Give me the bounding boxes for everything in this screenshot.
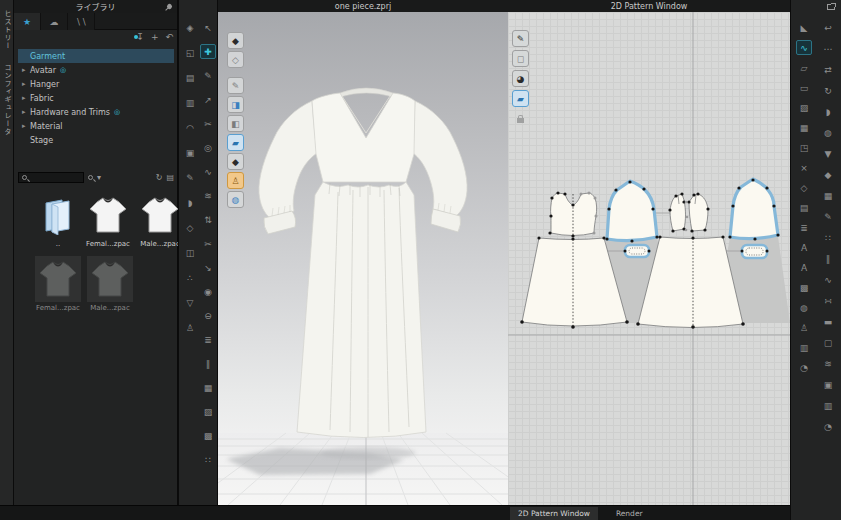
shoes-asset-tool-icon[interactable]: ∴ bbox=[182, 270, 198, 285]
garment-dress[interactable] bbox=[259, 88, 467, 438]
annotation-text-tool-icon[interactable]: A bbox=[796, 240, 812, 255]
show-3d-world-toggle[interactable]: ◍ bbox=[227, 191, 244, 208]
smooth-curve-tool-icon[interactable]: ∿ bbox=[200, 164, 216, 179]
expand-arrow-icon[interactable]: ▸ bbox=[22, 66, 30, 74]
simulate-tool-icon[interactable]: ◈ bbox=[182, 20, 198, 35]
bottom-tab-render[interactable]: Render bbox=[608, 507, 651, 520]
3d-scene[interactable]: ◆◇✎◨◧▰◆♙◍ bbox=[218, 12, 508, 505]
swatch-tool-icon[interactable]: ▩ bbox=[200, 428, 216, 443]
avatar-fit-tool-icon[interactable]: ♙ bbox=[796, 320, 812, 335]
show-base-lines-toggle[interactable]: ◧ bbox=[227, 115, 244, 132]
sew-free-tool-icon[interactable]: ✂ bbox=[200, 116, 216, 131]
library-tree-item-hanger[interactable]: ▸Hanger bbox=[18, 77, 174, 91]
knit-grid-tool-icon[interactable]: ▦ bbox=[820, 188, 836, 203]
library-tree-item-material[interactable]: ▸Material bbox=[18, 119, 174, 133]
cross-unfold-tool-icon[interactable]: × bbox=[796, 160, 812, 175]
library-item-male-zpac[interactable]: Male...zpac bbox=[136, 192, 184, 248]
move-pattern-tool-icon[interactable]: ✚ bbox=[200, 44, 216, 59]
library-item-femal-zpac[interactable]: Femal...zpac bbox=[34, 256, 82, 312]
texture-checker-tool-icon[interactable]: ▦ bbox=[200, 380, 216, 395]
library-tree-item-avatar[interactable]: ▸Avatar◎ bbox=[18, 63, 174, 77]
stamp-print-tool-icon[interactable]: ▨ bbox=[796, 100, 812, 115]
pin-needle-tool-icon[interactable]: ✎ bbox=[182, 170, 198, 185]
baseline-dots-tool-icon[interactable]: ⋯ bbox=[820, 41, 836, 56]
flatten-tool-icon[interactable]: ◇ bbox=[182, 220, 198, 235]
puzzle-piece-tool-icon[interactable]: ◳ bbox=[796, 140, 812, 155]
sewing-machine-tool-icon[interactable]: ▤ bbox=[182, 70, 198, 85]
flip-swap-tool-icon[interactable]: ⇄ bbox=[820, 62, 836, 77]
library-tree-item-garment[interactable]: Garment bbox=[18, 49, 174, 63]
library-tree-item-stage[interactable]: Stage bbox=[18, 133, 174, 147]
knit-roll-tool-icon[interactable]: ▼ bbox=[820, 146, 836, 161]
search-input[interactable] bbox=[18, 172, 84, 183]
brush-tab[interactable]: ∖∖ bbox=[68, 13, 95, 30]
library-item-femal-zpac[interactable]: Femal...zpac bbox=[84, 192, 132, 248]
stitch-dots-tool-icon[interactable]: ∷ bbox=[820, 230, 836, 245]
popout-window-icon[interactable] bbox=[827, 4, 835, 10]
show-internal-lines-toggle[interactable]: ◨ bbox=[227, 96, 244, 113]
pen-edit-tool-icon[interactable]: ✎ bbox=[200, 68, 216, 83]
trace-scissors-tool-icon[interactable]: ✂ bbox=[200, 236, 216, 251]
library-item-parent-folder[interactable]: .. bbox=[34, 192, 82, 248]
pattern-piece-back-bodice[interactable] bbox=[670, 194, 708, 231]
wave-measure-tool-icon[interactable]: ≋ bbox=[820, 356, 836, 371]
add-library-icon[interactable]: + bbox=[151, 32, 159, 42]
tack-tool-icon[interactable]: ↘ bbox=[200, 260, 216, 275]
pattern-outline-tool-icon[interactable]: ▱ bbox=[796, 60, 812, 75]
texture-diagonal-tool-icon[interactable]: ▨ bbox=[200, 404, 216, 419]
snapshot-tool-icon[interactable]: ▣ bbox=[182, 145, 198, 160]
curve-graph-tool-icon[interactable]: ∿ bbox=[796, 40, 812, 55]
pattern-piece-sleeve-right[interactable] bbox=[730, 179, 778, 239]
annotation-style-tool-icon[interactable]: A bbox=[796, 260, 812, 275]
pin-panel-icon[interactable] bbox=[166, 3, 173, 10]
chevron-down-icon[interactable]: ▾ bbox=[97, 173, 101, 182]
configurator-panel-tab[interactable]: コンフィギュレータ bbox=[2, 60, 12, 140]
wrinkle-fabric-tool-icon[interactable]: ◍ bbox=[796, 300, 812, 315]
topstitch-dots-tool-icon[interactable]: ∷ bbox=[200, 452, 216, 467]
edit-texture-tool[interactable]: ◕ bbox=[512, 70, 529, 87]
fabric-hand-tool-icon[interactable]: ◗ bbox=[182, 195, 198, 210]
seam-allowance-tool-icon[interactable]: ∥ bbox=[820, 251, 836, 266]
internal-line-tool-icon[interactable]: ∥ bbox=[200, 356, 216, 371]
expand-arrow-icon[interactable]: ▸ bbox=[22, 108, 30, 116]
refresh-icon[interactable]: ↻ bbox=[156, 173, 163, 182]
show-pattern-fill-toggle[interactable]: ▰ bbox=[512, 90, 529, 107]
fold-arrange-tool-icon[interactable]: ↩ bbox=[820, 20, 836, 35]
history-panel-tab[interactable]: ヒストリー bbox=[2, 6, 12, 54]
expand-arrow-icon[interactable]: ▸ bbox=[22, 80, 30, 88]
pattern-piece-front-bodice[interactable] bbox=[551, 193, 597, 236]
zigzag-stitch-tool-icon[interactable]: ∿ bbox=[820, 272, 836, 287]
corner-shape-tool-icon[interactable]: ◣ bbox=[796, 20, 812, 35]
uv-editor-tool-icon[interactable]: ▢ bbox=[820, 335, 836, 350]
button-set-tool-icon[interactable]: ∺ bbox=[820, 293, 836, 308]
select-move-cursor-icon[interactable]: ↖ bbox=[200, 20, 216, 35]
pattern-file-tool-icon[interactable]: ▭ bbox=[796, 80, 812, 95]
vest-asset-tool-icon[interactable]: ▽ bbox=[182, 295, 198, 310]
favorites-tab[interactable]: ★ bbox=[14, 13, 41, 30]
fabric-roll-tool-icon[interactable]: ▬ bbox=[820, 314, 836, 329]
notch-document-tool-icon[interactable]: ▤ bbox=[796, 200, 812, 215]
swatch-grid-tool-icon[interactable]: ▦ bbox=[796, 120, 812, 135]
rotate-piece-tool-icon[interactable]: ↻ bbox=[820, 83, 836, 98]
transform-pattern-tool[interactable]: ◻ bbox=[512, 50, 529, 67]
button-tool-icon[interactable]: ◉ bbox=[200, 284, 216, 299]
buttonhole-tool-icon[interactable]: ⊖ bbox=[200, 308, 216, 323]
glue-bottle-tool-icon[interactable]: ◇ bbox=[796, 180, 812, 195]
show-garment-toggle[interactable]: ◇ bbox=[227, 51, 244, 68]
cloud-tab[interactable]: ☁ bbox=[41, 13, 68, 30]
lock-pattern-toggle[interactable] bbox=[512, 110, 529, 127]
steam-tool-icon[interactable]: ≋ bbox=[200, 188, 216, 203]
library-tree-item-hardware-and-trims[interactable]: ▸Hardware and Trims◎ bbox=[18, 105, 174, 119]
library-tree-item-fabric[interactable]: ▸Fabric bbox=[18, 91, 174, 105]
grainline-tool-icon[interactable]: ⇅ bbox=[200, 212, 216, 227]
bottom-tab-2d-pattern-window[interactable]: 2D Pattern Window bbox=[510, 507, 598, 520]
colorway-tool-icon[interactable]: ▥ bbox=[796, 340, 812, 355]
list-view-icon[interactable]: ▤ bbox=[166, 173, 174, 182]
restore-garment-tool-icon[interactable]: ◱ bbox=[182, 45, 198, 60]
trim-pack-tool-icon[interactable]: ▣ bbox=[820, 377, 836, 392]
show-avatar-toggle[interactable]: ♙ bbox=[227, 172, 244, 189]
texture-grid-tool-icon[interactable]: ▩ bbox=[796, 280, 812, 295]
pipette-tool-icon[interactable]: ◔ bbox=[796, 360, 812, 375]
pin-box-tool[interactable]: ✎ bbox=[227, 77, 244, 94]
sew-segment-tool-icon[interactable]: ↗ bbox=[200, 92, 216, 107]
